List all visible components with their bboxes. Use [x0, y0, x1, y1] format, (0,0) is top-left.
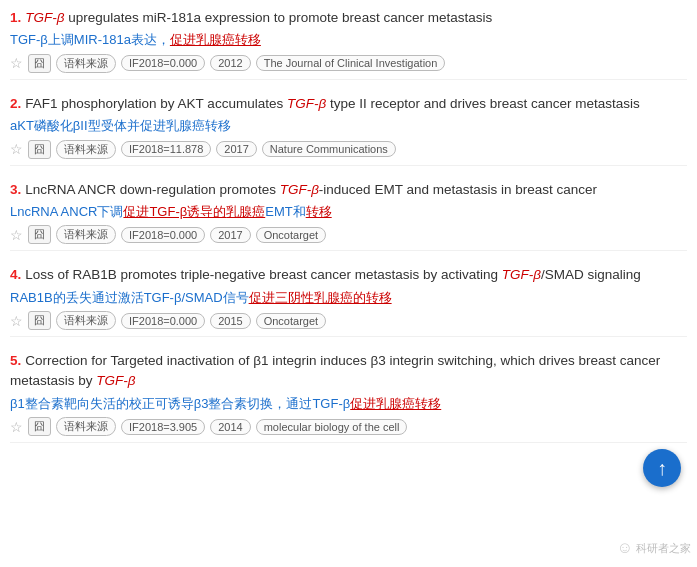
- cite-button[interactable]: 囧: [28, 311, 51, 330]
- result-list: 1.TGF-β upregulates miR-181a expression …: [10, 8, 687, 443]
- result-subtitle: TGF-β上调MIR-181a表达，促进乳腺癌转移: [10, 30, 687, 50]
- result-title: 4.Loss of RAB1B promotes triple-negative…: [10, 265, 687, 285]
- list-item: 2.FAF1 phosphorylation by AKT accumulate…: [10, 94, 687, 166]
- result-number: 5.: [10, 353, 21, 368]
- result-meta: ☆囧语料来源IF2018=0.0002012The Journal of Cli…: [10, 54, 687, 73]
- if-tag[interactable]: IF2018=0.000: [121, 227, 205, 243]
- list-item: 5.Correction for Targeted inactivation o…: [10, 351, 687, 443]
- source-tag[interactable]: 语料来源: [56, 311, 116, 330]
- year-tag[interactable]: 2012: [210, 55, 250, 71]
- year-tag[interactable]: 2017: [210, 227, 250, 243]
- cite-button[interactable]: 囧: [28, 140, 51, 159]
- journal-tag[interactable]: Oncotarget: [256, 313, 326, 329]
- list-item: 4.Loss of RAB1B promotes triple-negative…: [10, 265, 687, 337]
- year-tag[interactable]: 2017: [216, 141, 256, 157]
- result-meta: ☆囧语料来源IF2018=0.0002015Oncotarget: [10, 311, 687, 330]
- result-number: 4.: [10, 267, 21, 282]
- result-number: 1.: [10, 10, 21, 25]
- result-meta: ☆囧语料来源IF2018=11.8782017Nature Communicat…: [10, 140, 687, 159]
- if-tag[interactable]: IF2018=3.905: [121, 419, 205, 435]
- source-tag[interactable]: 语料来源: [56, 417, 116, 436]
- year-tag[interactable]: 2014: [210, 419, 250, 435]
- star-icon[interactable]: ☆: [10, 141, 23, 157]
- result-meta: ☆囧语料来源IF2018=3.9052014molecular biology …: [10, 417, 687, 436]
- result-number: 3.: [10, 182, 21, 197]
- source-tag[interactable]: 语料来源: [56, 225, 116, 244]
- result-subtitle: aKT磷酸化βII型受体并促进乳腺癌转移: [10, 116, 687, 136]
- star-icon[interactable]: ☆: [10, 419, 23, 435]
- result-title: 1.TGF-β upregulates miR-181a expression …: [10, 8, 687, 28]
- result-subtitle: RAB1B的丢失通过激活TGF-β/SMAD信号促进三阴性乳腺癌的转移: [10, 288, 687, 308]
- result-title: 5.Correction for Targeted inactivation o…: [10, 351, 687, 392]
- source-tag[interactable]: 语料来源: [56, 140, 116, 159]
- star-icon[interactable]: ☆: [10, 55, 23, 71]
- journal-tag[interactable]: molecular biology of the cell: [256, 419, 408, 435]
- watermark: ☺ 科研者之家: [617, 539, 691, 557]
- year-tag[interactable]: 2015: [210, 313, 250, 329]
- source-tag[interactable]: 语料来源: [56, 54, 116, 73]
- star-icon[interactable]: ☆: [10, 227, 23, 243]
- journal-tag[interactable]: Nature Communications: [262, 141, 396, 157]
- journal-tag[interactable]: The Journal of Clinical Investigation: [256, 55, 446, 71]
- result-subtitle: LncRNA ANCR下调促进TGF-β诱导的乳腺癌EMT和转移: [10, 202, 687, 222]
- if-tag[interactable]: IF2018=11.878: [121, 141, 211, 157]
- if-tag[interactable]: IF2018=0.000: [121, 313, 205, 329]
- list-item: 1.TGF-β upregulates miR-181a expression …: [10, 8, 687, 80]
- cite-button[interactable]: 囧: [28, 417, 51, 436]
- result-meta: ☆囧语料来源IF2018=0.0002017Oncotarget: [10, 225, 687, 244]
- result-title: 3.LncRNA ANCR down-regulation promotes T…: [10, 180, 687, 200]
- cite-button[interactable]: 囧: [28, 225, 51, 244]
- result-title: 2.FAF1 phosphorylation by AKT accumulate…: [10, 94, 687, 114]
- cite-button[interactable]: 囧: [28, 54, 51, 73]
- scroll-to-top-button[interactable]: ↑: [643, 449, 681, 487]
- watermark-icon: ☺: [617, 539, 633, 557]
- watermark-text: 科研者之家: [636, 541, 691, 556]
- list-item: 3.LncRNA ANCR down-regulation promotes T…: [10, 180, 687, 252]
- result-number: 2.: [10, 96, 21, 111]
- journal-tag[interactable]: Oncotarget: [256, 227, 326, 243]
- result-subtitle: β1整合素靶向失活的校正可诱导β3整合素切换，通过TGF-β促进乳腺癌转移: [10, 394, 687, 414]
- star-icon[interactable]: ☆: [10, 313, 23, 329]
- if-tag[interactable]: IF2018=0.000: [121, 55, 205, 71]
